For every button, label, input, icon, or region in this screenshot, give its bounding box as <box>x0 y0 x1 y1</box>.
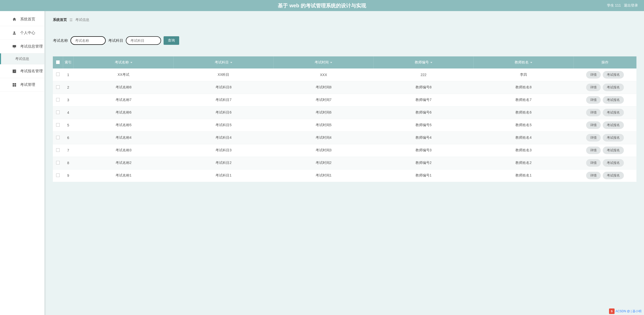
row-checkbox[interactable] <box>56 85 60 89</box>
exam-subject-input[interactable] <box>126 36 161 45</box>
detail-button[interactable]: 详情 <box>586 121 601 129</box>
row-checkbox[interactable] <box>56 161 60 164</box>
detail-button[interactable]: 详情 <box>586 96 601 104</box>
header-right: 学生 111 退出登录 <box>607 3 644 8</box>
search-button[interactable]: 查询 <box>164 36 179 45</box>
cell-exam-name: 考试名称1 <box>73 169 173 182</box>
cell-exam-time: 考试时间6 <box>274 106 373 119</box>
row-checkbox[interactable] <box>56 98 60 101</box>
signup-button[interactable]: 考试报名 <box>603 147 624 154</box>
table-row: 6考试名称4考试科目4考试时间4教师编号4教师姓名4详情考试报名 <box>53 131 636 144</box>
cell-teacher-name: 教师姓名4 <box>474 131 574 144</box>
signup-button[interactable]: 考试报名 <box>603 134 624 142</box>
signup-button[interactable]: 考试报名 <box>603 84 624 91</box>
table-row: 2考试名称8考试科目8考试时间8教师编号8教师姓名8详情考试报名 <box>53 81 636 94</box>
th-operation: 操作 <box>574 56 636 68</box>
cell-exam-name: 考试名称4 <box>73 131 173 144</box>
cell-exam-subject: 考试科目7 <box>173 94 273 106</box>
select-all-checkbox[interactable] <box>56 60 60 64</box>
person-icon <box>12 31 17 35</box>
row-checkbox[interactable] <box>56 73 60 76</box>
sidebar-item-exam-signup-manage[interactable]: 考试报名管理 <box>0 64 44 78</box>
sidebar-item-exam-info[interactable]: 考试信息 <box>0 53 44 64</box>
signup-button[interactable]: 考试报名 <box>603 71 624 79</box>
cell-teacher-name: 教师姓名2 <box>474 157 574 169</box>
cell-exam-subject: 考试科目8 <box>173 81 273 94</box>
cell-exam-name: XX考试 <box>73 68 173 81</box>
signup-button[interactable]: 考试报名 <box>603 96 624 104</box>
breadcrumb-current: 考试信息 <box>75 18 89 22</box>
sidebar-item-profile[interactable]: 个人中心 <box>0 26 44 40</box>
th-exam-time[interactable]: 考试时间 <box>274 56 373 68</box>
detail-button[interactable]: 详情 <box>586 84 601 91</box>
content-area: 系统首页 ☰ 考试信息 考试名称 考试科目 查询 索引 考试名称 考试科目 考试… <box>44 11 644 315</box>
row-checkbox[interactable] <box>56 111 60 114</box>
filter-label-exam-subject: 考试科目 <box>108 38 123 43</box>
cell-index: 7 <box>63 144 73 157</box>
detail-button[interactable]: 详情 <box>586 147 601 154</box>
detail-button[interactable]: 详情 <box>586 109 601 116</box>
th-teacher-no[interactable]: 教师编号 <box>373 56 473 68</box>
row-checkbox[interactable] <box>56 136 60 139</box>
th-exam-name[interactable]: 考试名称 <box>73 56 173 68</box>
table-row: 1XX考试XX科目XXX222李四详情考试报名 <box>53 68 636 81</box>
cell-exam-time: XXX <box>274 68 373 81</box>
cell-index: 6 <box>63 131 73 144</box>
cell-teacher-name: 教师姓名7 <box>474 94 574 106</box>
breadcrumb-sep: ☰ <box>69 18 73 22</box>
cell-teacher-no: 222 <box>373 68 473 81</box>
cell-teacher-no: 教师编号3 <box>373 144 473 157</box>
sidebar-item-label: 考试报名管理 <box>20 69 43 74</box>
cell-exam-time: 考试时间4 <box>274 131 373 144</box>
cell-exam-time: 考试时间5 <box>274 119 373 131</box>
current-user-label[interactable]: 学生 111 <box>607 3 621 8</box>
cell-index: 1 <box>63 68 73 81</box>
sidebar-item-exam-info-manage[interactable]: 考试信息管理 <box>0 40 44 53</box>
table-row: 7考试名称3考试科目3考试时间3教师编号3教师姓名3详情考试报名 <box>53 144 636 157</box>
signup-button[interactable]: 考试报名 <box>603 109 624 116</box>
sidebar-item-exam-manage[interactable]: 考试管理 <box>0 78 44 92</box>
cell-index: 4 <box>63 106 73 119</box>
sidebar-item-home[interactable]: 系统首页 <box>0 13 44 26</box>
detail-button[interactable]: 详情 <box>586 172 601 179</box>
cell-exam-subject: XX科目 <box>173 68 273 81</box>
cell-exam-subject: 考试科目6 <box>173 106 273 119</box>
row-checkbox[interactable] <box>56 123 60 127</box>
signup-button[interactable]: 考试报名 <box>603 159 624 167</box>
sidebar-item-label: 系统首页 <box>20 17 35 22</box>
cell-teacher-no: 教师编号2 <box>373 157 473 169</box>
breadcrumb-home[interactable]: 系统首页 <box>53 18 67 22</box>
tray-sogou-icon[interactable]: S <box>609 308 615 314</box>
table-row: 4考试名称6考试科目6考试时间6教师编号6教师姓名6详情考试报名 <box>53 106 636 119</box>
row-checkbox[interactable] <box>56 148 60 152</box>
row-checkbox[interactable] <box>56 173 60 177</box>
sidebar-item-label: 考试信息 <box>15 57 29 61</box>
cell-exam-subject: 考试科目2 <box>173 157 273 169</box>
cell-index: 9 <box>63 169 73 182</box>
th-teacher-name[interactable]: 教师姓名 <box>474 56 574 68</box>
cell-exam-time: 考试时间8 <box>274 81 373 94</box>
cell-teacher-name: 教师姓名3 <box>474 144 574 157</box>
cell-exam-time: 考试时间2 <box>274 157 373 169</box>
table-row: 3考试名称7考试科目7考试时间7教师编号7教师姓名7详情考试报名 <box>53 94 636 106</box>
detail-button[interactable]: 详情 <box>586 71 601 79</box>
signup-button[interactable]: 考试报名 <box>603 172 624 179</box>
th-exam-subject[interactable]: 考试科目 <box>173 56 273 68</box>
detail-button[interactable]: 详情 <box>586 134 601 142</box>
exam-table: 索引 考试名称 考试科目 考试时间 教师编号 教师姓名 操作 1XX考试XX科目… <box>53 56 636 182</box>
home-icon <box>12 17 17 22</box>
cell-teacher-no: 教师编号7 <box>373 94 473 106</box>
cell-exam-time: 考试时间7 <box>274 94 373 106</box>
detail-button[interactable]: 详情 <box>586 159 601 167</box>
cell-teacher-name: 李四 <box>474 68 574 81</box>
chart-icon <box>12 69 17 74</box>
signup-button[interactable]: 考试报名 <box>603 121 624 129</box>
filter-bar: 考试名称 考试科目 查询 <box>53 36 636 45</box>
logout-link[interactable]: 退出登录 <box>624 3 638 8</box>
cell-teacher-name: 教师姓名1 <box>474 169 574 182</box>
cell-index: 2 <box>63 81 73 94</box>
system-tray: S ACSDN @ | 器小明 <box>609 308 641 314</box>
exam-name-input[interactable] <box>70 36 106 45</box>
cell-teacher-no: 教师编号6 <box>373 106 473 119</box>
sidebar-item-label: 考试管理 <box>20 82 35 87</box>
